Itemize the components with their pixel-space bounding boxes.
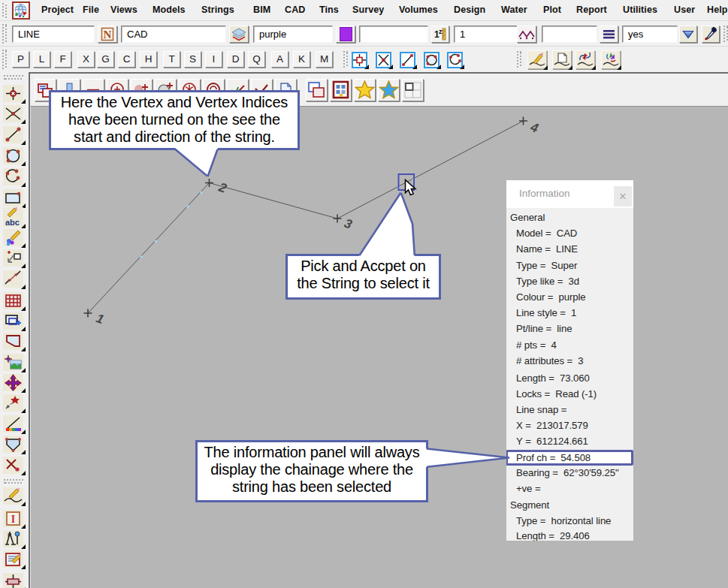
svg-text:4: 4: [528, 119, 541, 136]
svg-text:abc: abc: [5, 218, 20, 227]
svg-text:1: 1: [94, 311, 105, 327]
svg-text:I: I: [11, 514, 15, 525]
svg-text:z: z: [439, 28, 443, 35]
svg-text:R: R: [8, 532, 12, 538]
svg-text:N: N: [104, 29, 112, 41]
svg-text:3: 3: [343, 216, 355, 232]
